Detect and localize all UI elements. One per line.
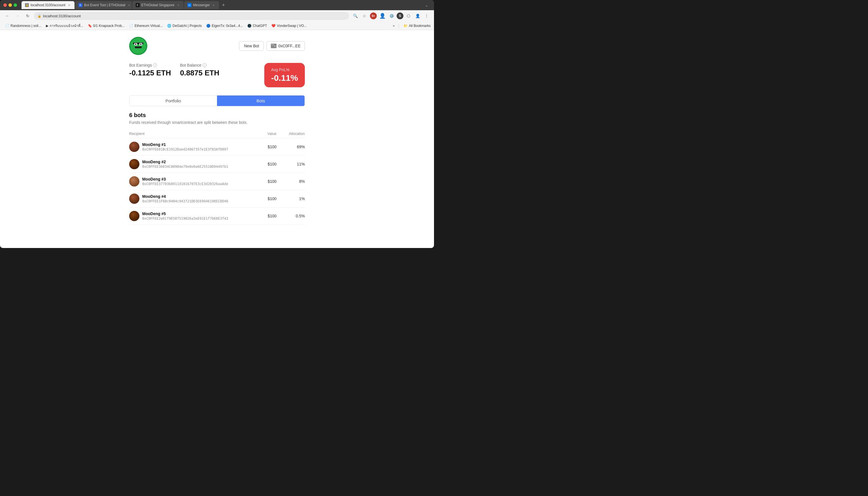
bookmarks-more-button[interactable]: » [391,23,397,28]
bookmark-chatgpt[interactable]: 🌑 ChatGPT [246,23,269,28]
tab-favicon-bot: B [79,3,82,7]
bot-address-1: 0xC0FFEE01BcE1912Daed24067357e1E3f83AfD0… [142,148,228,151]
browser-menu-button[interactable]: ⌄ [423,1,431,9]
tab-localhost[interactable]: 🔒 localhost:3100/account ✕ [21,1,75,9]
tab-bot-event[interactable]: B Bot Event Tool | ETHGlobal ✕ [75,1,132,9]
bots-table: Recipient Value Allocation MooDeng #1 0x… [129,129,305,225]
bookmark-knapsack-label: 0/1 Knapsack Prob... [93,24,125,28]
bots-description: Funds received through smartcontract are… [129,120,305,125]
bot-info-1: MooDeng #1 0xC0FFEE01BcE1912Daed24067357… [129,142,254,152]
account-button[interactable]: 👤 [414,12,421,20]
tab-close-ethglobal[interactable]: ✕ [176,3,180,7]
bot-address-4: 0xC0FFEE1F60c0404c943721DD3E69946198ECDD… [142,199,228,203]
settings-button[interactable]: ⚙️ [388,12,396,20]
bookmark-chatgpt-label: ChatGPT [253,24,267,28]
new-bot-button[interactable]: New Bot [239,41,264,51]
bookmark-eigentx[interactable]: 🔵 EigenTx: 0x3a4...4... [205,23,244,28]
bot-name-2: MooDeng #2 [142,159,228,164]
bookmark-degatchi[interactable]: 🌐 DeGatchi | Projects [165,23,204,28]
all-bookmarks-button[interactable]: 📁 All Bookmarks [403,24,431,28]
tab-label-bot: Bot Event Tool | ETHGlobal [84,3,126,7]
tab-ethglobal[interactable]: E ETHGlobal Singapore ✕ [132,1,183,9]
bot-balance-label: Bot Balance i [180,63,219,67]
avatar-image [129,37,147,55]
tab-label-localhost: localhost:3100/account [31,3,65,7]
bookmarks-bar: 📄 Randomness | soli... ▶ การรับบแบบอ้วงน… [0,21,434,30]
bot-balance-value: 0.8875 ETH [180,68,219,77]
table-row[interactable]: MooDeng #5 0xC0FFEE2eECf9E587519026a3eE9… [129,207,305,225]
bot-value-2: $100 [254,162,276,166]
bot-avatar-5 [129,211,139,221]
bookmark-knapsack[interactable]: 🔖 0/1 Knapsack Prob... [86,23,126,28]
close-window-button[interactable] [3,3,7,7]
tab-label-ethglobal: ETHGlobal Singapore [141,3,175,7]
col-header-allocation: Allocation [276,131,305,136]
bookmark-ethereum-label: Ethereum Virtual... [134,24,163,28]
nav-actions: 🔍 ☆ 9+ 👤 ⚙️ S ⬡ 👤 ⋮ [351,12,431,20]
bookmark-button[interactable]: ☆ [360,12,368,20]
bot-allocation-4: 1% [276,197,305,201]
bot-address-3: 0xC0FFEE37703b8911d1016707E3cE3d20326aaA… [142,182,228,186]
svg-rect-11 [271,44,274,45]
tab-label-messenger: Messenger [193,3,210,7]
bot-details-4: MooDeng #4 0xC0FFEE1F60c0404c943721DD3E6… [142,194,228,203]
table-row[interactable]: MooDeng #3 0xC0FFEE37703b8911d1016707E3c… [129,173,305,190]
bot-earnings-label: Bot Earnings i [129,63,171,67]
table-row[interactable]: MooDeng #2 0xC0FFEE36034C80984e79e0e0a6E… [129,156,305,173]
bot-allocation-2: 11% [276,162,305,166]
bot-allocation-3: 8% [276,179,305,184]
bot-value-4: $100 [254,197,276,201]
profile-icon-2[interactable]: 👤 [379,12,386,20]
col-header-recipient: Recipient [129,131,254,136]
all-bookmarks-label: All Bookmarks [409,24,431,28]
tab-close-messenger[interactable]: ✕ [212,3,215,7]
bot-info-3: MooDeng #3 0xC0FFEE37703b8911d1016707E3c… [129,176,254,186]
address-bar[interactable]: 🔒 localhost:3100/account [34,12,349,20]
bookmark-randomness[interactable]: 📄 Randomness | soli... [3,23,43,28]
tab-bots[interactable]: Bots [217,95,305,106]
bookmark-vonderswap[interactable]: ❤️ VonderSwap | VO... [270,23,308,28]
table-row[interactable]: MooDeng #1 0xC0FFEE01BcE1912Daed24067357… [129,138,305,156]
reload-button[interactable]: ↻ [24,12,32,20]
table-row[interactable]: MooDeng #4 0xC0FFEE1F60c0404c943721DD3E6… [129,190,305,207]
tab-favicon-messenger: M [188,3,192,7]
bot-value-5: $100 [254,214,276,218]
lock-icon: 🔒 [37,14,42,18]
bot-details-5: MooDeng #5 0xC0FFEE2eECf9E587519026a3eE9… [142,212,228,220]
profile-icon-s[interactable]: S [397,13,403,19]
bot-allocation-1: 69% [276,144,305,149]
bot-details-3: MooDeng #3 0xC0FFEE37703b8911d1016707E3c… [142,177,228,186]
title-bar: 🔒 localhost:3100/account ✕ B Bot Event T… [0,0,434,10]
bookmark-ethereum[interactable]: 📄 Ethereum Virtual... [128,23,164,28]
minimize-window-button[interactable] [9,3,12,7]
bookmark-vonderswap-icon: ❤️ [271,24,276,28]
bot-info-2: MooDeng #2 0xC0FFEE36034C80984e79e0e0a6E… [129,159,254,169]
tab-close-bot[interactable]: ✕ [127,3,131,7]
tab-portfolio[interactable]: Portfolio [129,95,217,106]
bot-address-2: 0xC0FFEE36034C80984e79e0e0a6E25510D94497… [142,165,228,169]
extensions-button[interactable]: ⬡ [404,12,413,20]
back-button[interactable]: ← [3,12,11,20]
bot-earnings-info-icon[interactable]: i [153,63,157,67]
bookmark-thai-label: การรับบแบบอ้วงนำที่... [50,23,83,28]
bookmark-degatchi-icon: 🌐 [167,24,172,28]
bot-earnings-value: -0.1125 ETH [129,68,171,77]
new-tab-button[interactable]: + [220,1,227,9]
bot-balance-info-icon[interactable]: i [203,63,207,67]
wallet-icon [271,44,276,48]
search-button[interactable]: 🔍 [351,12,359,20]
traffic-lights [3,3,17,7]
col-header-value: Value [254,131,276,136]
bookmark-knapsack-icon: 🔖 [88,24,92,28]
forward-button[interactable]: → [14,12,21,20]
profile-icon-red[interactable]: 9+ [369,12,377,20]
bot-address-5: 0xC0FFEE2eECf9E587519026a3eE91E1f7b68E3f… [142,217,228,220]
more-button[interactable]: ⋮ [423,12,431,20]
wallet-address-button[interactable]: 0xC0FF...EE [267,41,305,51]
bookmark-thai[interactable]: ▶ การรับบแบบอ้วงนำที่... [44,22,85,29]
tab-close-localhost[interactable]: ✕ [67,3,71,7]
tab-favicon-localhost: 🔒 [25,3,29,7]
maximize-window-button[interactable] [14,3,17,7]
profile-avatar-red: 9+ [370,13,377,19]
tab-messenger[interactable]: M Messenger ✕ [184,1,219,9]
